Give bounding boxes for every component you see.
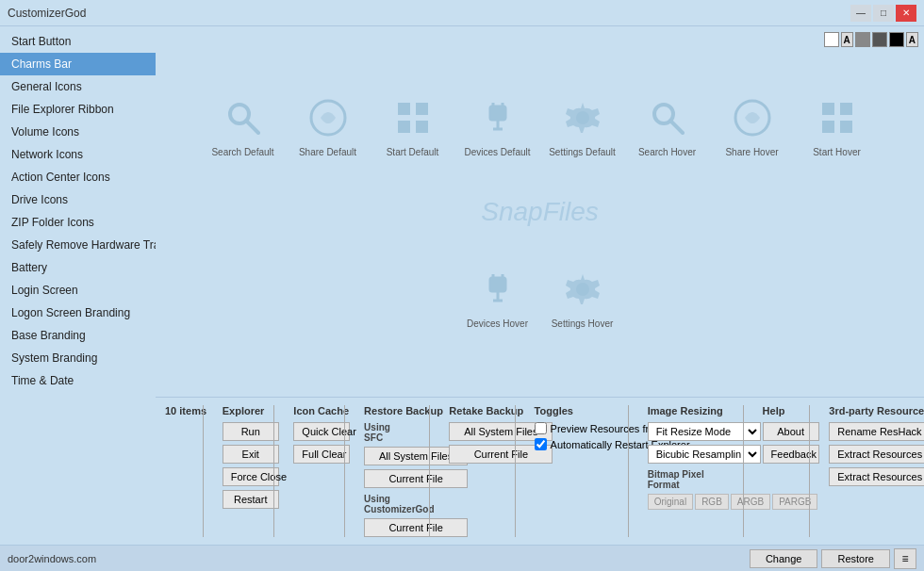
statusbar-actions: Change Restore ≡ xyxy=(750,548,916,569)
force-close-button[interactable]: Force Close xyxy=(223,467,279,486)
pixel-original-btn[interactable]: Original xyxy=(648,494,693,510)
divider-2 xyxy=(273,405,274,537)
retake-backup-title: Retake Backup xyxy=(449,405,495,416)
icon-label-4: Settings Default xyxy=(549,147,616,157)
sidebar-item-network-icons[interactable]: Network Icons xyxy=(0,143,156,166)
icon-item-settings-default[interactable]: Settings Default xyxy=(545,94,620,157)
maximize-button[interactable]: □ xyxy=(873,5,894,22)
feedback-button[interactable]: Feedback xyxy=(763,445,819,464)
icon-label-8: Devices Hover xyxy=(467,318,528,329)
sidebar-item-logon-screen-branding[interactable]: Logon Screen Branding xyxy=(0,302,156,324)
icon-label-6: Share Hover xyxy=(725,147,778,157)
svg-rect-18 xyxy=(822,121,834,133)
extract-res-button[interactable]: Extract Resources from RES File xyxy=(829,445,924,464)
divider-4 xyxy=(429,405,430,537)
rename-reshack-button[interactable]: Rename ResHack RC File Resources xyxy=(829,422,924,441)
change-button[interactable]: Change xyxy=(750,549,818,568)
sidebar-item-time-&-date[interactable]: Time & Date xyxy=(0,369,156,392)
help-title: Help xyxy=(763,405,791,416)
explorer-title: Explorer xyxy=(223,405,256,416)
svg-rect-16 xyxy=(822,103,834,115)
window-controls: — □ ✕ xyxy=(850,5,916,22)
icon-item-share-hover[interactable]: Share Hover xyxy=(715,94,790,157)
minimize-button[interactable]: — xyxy=(850,5,871,22)
sidebar-item-general-icons[interactable]: General Icons xyxy=(0,75,156,98)
full-clear-button[interactable]: Full Clear xyxy=(293,445,350,464)
divider-6 xyxy=(628,405,629,537)
svg-rect-4 xyxy=(416,103,428,115)
sidebar-item-charms-bar[interactable]: Charms Bar xyxy=(0,53,156,75)
svg-rect-7 xyxy=(490,106,505,120)
resize-mode-dropdown[interactable]: Fit Resize Mode xyxy=(648,422,761,441)
using-sfc-label: Using SFC xyxy=(364,422,410,443)
svg-rect-6 xyxy=(416,121,428,133)
menu-icon-button[interactable]: ≡ xyxy=(894,548,916,569)
icon-item-start-hover[interactable]: Start Hover xyxy=(800,94,875,157)
divider-1 xyxy=(203,405,204,537)
icon-image-0 xyxy=(220,94,267,141)
pixel-rgb-btn[interactable]: RGB xyxy=(695,494,729,510)
exit-button[interactable]: Exit xyxy=(223,445,279,464)
conversion-title: 3rd-party Resources Conversion xyxy=(829,405,915,416)
svg-rect-5 xyxy=(398,121,410,133)
sidebar-item-battery[interactable]: Battery xyxy=(0,256,156,279)
icon-label-0: Search Default xyxy=(211,147,273,157)
content-area: A A SnapFiles Search DefaultShare Defaul… xyxy=(156,26,924,545)
quick-clear-button[interactable]: Quick Clear xyxy=(293,422,350,441)
image-resizing-section: Image Resizing Fit Resize Mode Bicubic R… xyxy=(648,405,724,537)
icon-image-8 xyxy=(474,266,521,313)
help-section: Help About Feedback xyxy=(763,405,791,537)
app-title: CustomizerGod xyxy=(8,7,86,20)
divider-7 xyxy=(743,405,744,537)
sidebar-item-safely-remove-hardware-tray-icon[interactable]: Safely Remove Hardware Tray Icon xyxy=(0,234,156,256)
divider-3 xyxy=(344,405,345,537)
restart-button[interactable]: Restart xyxy=(223,490,279,509)
auto-restart-checkbox-row: Automatically Restart Explorer xyxy=(535,438,609,450)
items-count: 10 items xyxy=(165,405,184,416)
icon-item-search-default[interactable]: Search Default xyxy=(206,94,281,157)
sidebar-item-action-center-icons[interactable]: Action Center Icons xyxy=(0,166,156,188)
restore-button[interactable]: Restore xyxy=(821,549,890,568)
icon-image-5 xyxy=(644,94,691,141)
retake-backup-section: Retake Backup All System Files Current F… xyxy=(449,405,495,537)
icon-image-9 xyxy=(559,266,606,313)
icon-cache-title: Icon Cache xyxy=(293,405,325,416)
icon-item-share-default[interactable]: Share Default xyxy=(290,94,366,157)
sidebar-item-start-button[interactable]: Start Button xyxy=(0,30,156,53)
toggles-title: Toggles xyxy=(535,405,609,416)
sidebar-item-base-branding[interactable]: Base Branding xyxy=(0,324,156,347)
conversion-section: 3rd-party Resources Conversion Rename Re… xyxy=(829,405,915,537)
about-button[interactable]: About xyxy=(763,422,819,441)
using-customizergod-label: Using CustomizerGod xyxy=(364,494,410,514)
svg-line-14 xyxy=(670,121,683,133)
items-count-section: 10 items xyxy=(165,405,184,537)
sidebar-item-system-branding[interactable]: System Branding xyxy=(0,347,156,369)
sidebar-item-login-screen[interactable]: Login Screen xyxy=(0,279,156,302)
sidebar-item-drive-icons[interactable]: Drive Icons xyxy=(0,188,156,211)
auto-restart-checkbox[interactable] xyxy=(535,438,547,450)
icon-image-3 xyxy=(474,94,521,141)
icon-item-devices-default[interactable]: Devices Default xyxy=(460,94,536,157)
extract-ipack-button[interactable]: Extract Resources from iPack xyxy=(829,467,924,486)
icon-item-start-default[interactable]: Start Default xyxy=(375,94,451,157)
resampling-dropdown[interactable]: Bicubic Resampling xyxy=(648,445,761,464)
restore-backup-title: Restore Backup xyxy=(364,405,410,416)
icon-cache-section: Icon Cache Quick Clear Full Clear xyxy=(293,405,325,537)
icon-label-3: Devices Default xyxy=(464,147,530,157)
icon-image-1 xyxy=(305,94,352,141)
close-button[interactable]: ✕ xyxy=(896,5,916,22)
icon-item-search-hover[interactable]: Search Hover xyxy=(630,94,705,157)
icon-item-devices-hover[interactable]: Devices Hover xyxy=(460,266,536,329)
sidebar-item-file-explorer-ribbon[interactable]: File Explorer Ribbon xyxy=(0,98,156,121)
preview-checkbox[interactable] xyxy=(535,422,547,434)
svg-line-1 xyxy=(246,121,258,133)
run-button[interactable]: Run xyxy=(223,422,279,441)
icon-item-settings-hover[interactable]: Settings Hover xyxy=(545,266,620,329)
icon-label-2: Start Default xyxy=(387,147,439,157)
sidebar-item-zip-folder-icons[interactable]: ZIP Folder Icons xyxy=(0,211,156,234)
icon-image-2 xyxy=(389,94,437,141)
titlebar: CustomizerGod — □ ✕ xyxy=(0,0,924,26)
restore-backup-section: Restore Backup Using SFC All System File… xyxy=(364,405,410,537)
sidebar-item-volume-icons[interactable]: Volume Icons xyxy=(0,121,156,143)
svg-rect-17 xyxy=(840,103,852,115)
